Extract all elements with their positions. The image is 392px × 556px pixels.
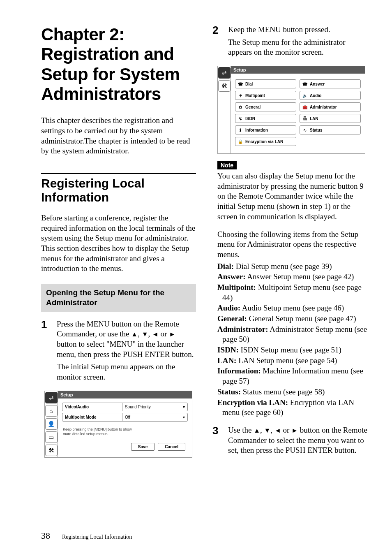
menu-cell-audio[interactable]: 🔈Audio	[300, 91, 361, 100]
chevron-down-icon: ▾	[183, 405, 185, 409]
setup-row-value-dropdown[interactable]: Sound Priority▾	[122, 403, 187, 411]
chevron-down-icon: ▾	[183, 415, 185, 419]
menu-item-status: Status: Status menu (see page 58)	[222, 387, 367, 397]
cell-label: Dial	[245, 82, 253, 86]
menu-cell-status[interactable]: ∿Status	[300, 125, 361, 134]
section-title: Registering Local Information	[41, 176, 196, 205]
sidebar-icon-link: ⇄	[218, 67, 231, 79]
cell-label: ISDN	[245, 116, 255, 121]
step-body: Keep the MENU button pressed. The Setup …	[228, 25, 367, 60]
arrow-down-icon: ▼	[142, 330, 148, 339]
step-1-line-1: Press the MENU button on the Remote Comm…	[57, 319, 196, 360]
subheading-box: Opening the Setup Menu for the Administr…	[41, 284, 196, 312]
cell-label: Administrator	[310, 105, 337, 109]
menu-item-desc: Audio Setup menu (see page 46)	[240, 303, 344, 312]
step-1: 1 Press the MENU button on the Remote Co…	[41, 319, 196, 385]
sidebar-icon-link: ⇄	[45, 392, 58, 403]
menu-cell-encryption[interactable]: 🔒Encryption via LAN	[235, 137, 296, 146]
note-block: Note You can also display the Setup menu…	[217, 161, 367, 418]
arrow-right-icon: ►	[169, 330, 175, 339]
arrow-left-icon: ◄	[274, 426, 281, 435]
step-1-line-2: The initial Setup menu appears on the mo…	[57, 362, 196, 382]
menu-cell-dial[interactable]: ☎Dial	[235, 79, 296, 88]
step-2-line-1: Keep the MENU button pressed.	[228, 25, 367, 35]
chapter-title: Chapter 2: Registration and Setup for Sy…	[41, 25, 196, 104]
menu-cell-general[interactable]: ✿General	[235, 102, 296, 111]
cell-label: Status	[310, 128, 323, 132]
sidebar-icon-home: ⌂	[45, 405, 58, 417]
right-column: 2 Keep the MENU button pressed. The Setu…	[212, 25, 367, 464]
menu-item-desc: General Setup menu (see page 47)	[247, 314, 356, 323]
cell-label: Answer	[310, 82, 325, 86]
page: Chapter 2: Registration and Setup for Sy…	[0, 0, 392, 556]
footer-divider	[56, 531, 56, 539]
menu-item-label: Information:	[217, 366, 261, 375]
text-run: ,	[270, 426, 274, 434]
step-number: 2	[212, 25, 222, 60]
menu-item-administrator: Administrator: Administrator Setup menu …	[222, 324, 367, 345]
note-badge: Note	[217, 161, 237, 169]
step-3-line-1: Use the ▲, ▼, ◄ or ► button on the Remot…	[228, 425, 367, 456]
menu-description-list: Choosing the following items from the Se…	[217, 229, 367, 418]
subheading: Opening the Setup Menu for the Administr…	[46, 288, 191, 308]
menu-item-general: General: General Setup menu (see page 47…	[222, 314, 367, 324]
menu-item-answer: Answer: Answer Setup menu (see page 42)	[222, 272, 367, 282]
cell-label: Multipoint	[245, 93, 265, 98]
setup-row-multipoint-mode: Multipoint Mode Off▾	[62, 413, 188, 422]
menu-item-desc: LAN Setup menu (see page 54)	[236, 356, 337, 365]
figure-initial-setup-menu: ⇄ ⌂ 👤 ▭ 🛠 Setup Video/Audio Sound Pri	[44, 391, 192, 458]
menu-cell-information[interactable]: ℹInformation	[235, 125, 296, 134]
phone-out-icon: ☎	[238, 81, 243, 86]
setup-row-value-dropdown[interactable]: Off▾	[122, 413, 187, 421]
step-body: Use the ▲, ▼, ◄ or ► button on the Remot…	[228, 425, 367, 458]
section-divider	[41, 173, 196, 174]
step-number: 1	[41, 319, 51, 385]
figure1-hint-text: Keep pressing the [MENU] button to show …	[62, 423, 188, 443]
menu-item-audio: Audio: Audio Setup menu (see page 46)	[222, 303, 367, 313]
cancel-button[interactable]: Cancel	[158, 443, 185, 451]
menu-cell-answer[interactable]: ☎Answer	[300, 79, 361, 88]
arrow-right-icon: ►	[291, 426, 298, 435]
menu-cell-lan[interactable]: 品LAN	[300, 114, 361, 123]
intro-paragraph: This chapter describes the registration …	[41, 116, 196, 156]
menu-item-label: General:	[217, 314, 247, 323]
section-paragraph: Before starting a conference, register t…	[41, 213, 196, 274]
isdn-icon: ↯	[238, 116, 243, 121]
two-column-layout: Chapter 2: Registration and Setup for Sy…	[41, 25, 367, 464]
menu-item-label: Encryption via LAN:	[217, 398, 288, 407]
menu-item-information: Information: Machine Information menu (s…	[222, 366, 367, 386]
dropdown-value: Sound Priority	[125, 405, 151, 409]
menu-list-intro: Choosing the following items from the Se…	[217, 229, 367, 260]
sidebar-icon-tools: 🛠	[45, 445, 58, 456]
menu-cell-isdn[interactable]: ↯ISDN	[235, 114, 296, 123]
dropdown-value: Off	[125, 415, 130, 419]
text-run: ,	[138, 329, 142, 338]
text-run: button to select "MENU" in the launcher …	[57, 340, 194, 359]
menu-item-label: LAN:	[217, 356, 236, 365]
figure1-sidebar: ⇄ ⌂ 👤 ▭ 🛠	[45, 391, 58, 458]
menu-item-lan: LAN: LAN Setup menu (see page 54)	[222, 356, 367, 366]
figure2-sidebar: ⇄ 🛠	[218, 66, 231, 153]
menu-cell-administrator[interactable]: 🧰Administrator	[300, 102, 361, 111]
speaker-icon: 🔈	[302, 93, 307, 98]
menu-item-label: Status:	[217, 387, 241, 396]
cell-label: Audio	[310, 93, 321, 98]
menu-item-label: ISDN:	[217, 345, 239, 354]
setup-row-label: Multipoint Mode	[62, 413, 122, 421]
arrow-up-icon: ▲	[254, 426, 260, 435]
arrow-left-icon: ◄	[152, 330, 159, 339]
multipoint-icon: ⚘	[238, 93, 243, 98]
info-icon: ℹ	[238, 127, 243, 132]
sidebar-icon-tools: 🛠	[218, 80, 231, 92]
save-button[interactable]: Save	[131, 443, 154, 451]
menu-item-desc: ISDN Setup menu (see page 51)	[239, 345, 341, 354]
menu-item-encryption: Encryption via LAN: Encryption via LAN m…	[222, 398, 367, 418]
figure-admin-setup-menu: ⇄ 🛠 Setup ☎Dial ☎Answer ⚘Multipoint 🔈Aud…	[217, 66, 365, 154]
menu-cell-multipoint[interactable]: ⚘Multipoint	[235, 91, 296, 100]
toolbox-icon: 🧰	[302, 104, 307, 109]
menu-item-label: Administrator:	[217, 325, 268, 334]
menu-item-label: Answer:	[217, 272, 246, 281]
step-body: Press the MENU button on the Remote Comm…	[57, 319, 196, 385]
step-number: 3	[212, 425, 222, 458]
footer-section-title: Registering Local Information	[62, 534, 132, 540]
